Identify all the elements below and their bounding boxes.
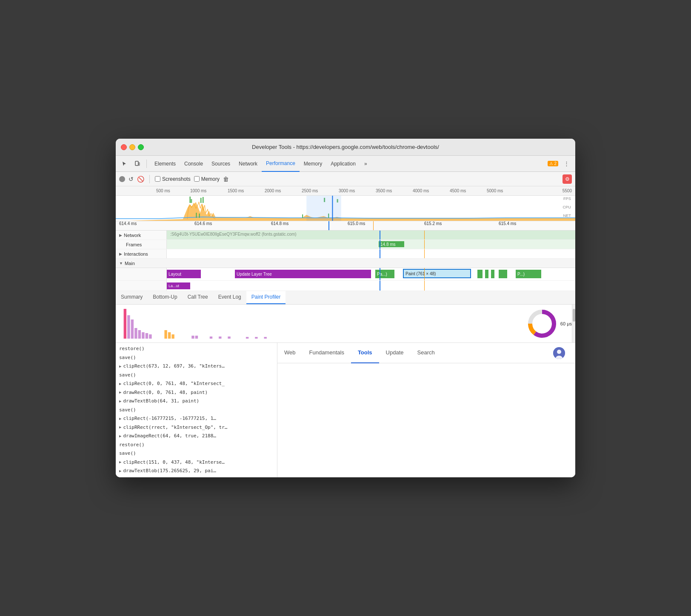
cmd-cliprrect[interactable]: ▶ clipRRect(rrect, "kIntersect_Op", tr…: [116, 423, 277, 432]
main-expand[interactable]: ▼: [119, 261, 123, 265]
cursor-tool-btn[interactable]: [119, 158, 130, 169]
minimize-button[interactable]: [129, 144, 135, 150]
tab-network[interactable]: Network: [234, 156, 262, 172]
cmd-restore-1[interactable]: restore(): [116, 345, 277, 354]
time-marker-orange: [373, 221, 374, 230]
layout-sub-bar[interactable]: La...ut: [167, 282, 190, 289]
frames-bar: 14.8 ms: [379, 241, 404, 247]
sub-orange: [424, 281, 425, 291]
clear-btn[interactable]: 🚫: [137, 176, 144, 183]
main-events-content: Layout Update Layer Tree Pa...) Paint (7…: [167, 268, 575, 280]
layout-bar[interactable]: Layout: [167, 270, 201, 278]
toolbar-right: ⚠ 2 ⋮: [548, 158, 572, 169]
cmd-arrow-7: ▶: [119, 433, 121, 439]
interactions-label: ▶ Interactions: [116, 249, 167, 258]
cmd-cliprect-2[interactable]: ▶ clipRect(0, 0, 761, 48, "kIntersect_: [116, 379, 277, 388]
tab-summary[interactable]: Summary: [116, 291, 148, 304]
svg-point-40: [557, 350, 561, 354]
browser-tab-tools[interactable]: Tools: [351, 343, 379, 363]
cmd-save-3[interactable]: save(): [116, 406, 277, 415]
paint-short2-bar[interactable]: P...): [516, 270, 541, 278]
tab-sources[interactable]: Sources: [207, 156, 234, 172]
tab-bottom-up[interactable]: Bottom-Up: [148, 291, 182, 304]
chart-scroll-thumb[interactable]: [573, 309, 575, 322]
waveform-svg: FPS CPU NET: [116, 196, 575, 221]
warning-count: 2: [554, 161, 557, 166]
warning-icon: ⚠: [549, 161, 553, 166]
svg-rect-16: [306, 196, 341, 221]
browser-tab-fundamentals[interactable]: Fundamentals: [303, 343, 351, 363]
svg-rect-26: [168, 332, 171, 339]
svg-rect-2: [189, 197, 191, 203]
svg-text:FPS: FPS: [563, 197, 571, 201]
sub-cursor: [380, 281, 380, 291]
close-button[interactable]: [121, 144, 127, 150]
frames-cursor: [380, 240, 380, 249]
command-browser-split: restore() save() ▶ clipRect(673, 12, 697…: [116, 343, 575, 477]
screenshots-checkbox[interactable]: [155, 176, 160, 182]
svg-rect-4: [200, 198, 202, 203]
update-layer-tree-bar[interactable]: Update Layer Tree: [235, 270, 371, 278]
interactions-expand[interactable]: ▶: [119, 252, 122, 256]
small-green-1: [477, 270, 483, 278]
browser-tab-web[interactable]: Web: [277, 343, 303, 363]
cmd-drawtextblob-2[interactable]: ▶ drawTextBlob(175.265625, 29, pai…: [116, 467, 277, 476]
record-btn[interactable]: [119, 176, 125, 182]
cmd-cliprect-1[interactable]: ▶ clipRect(673, 12, 697, 36, "kInters…: [116, 362, 277, 371]
main-events-label: [116, 268, 167, 280]
device-toolbar-btn[interactable]: [132, 158, 143, 169]
zoom-button[interactable]: [138, 144, 144, 150]
screenshots-checkbox-label[interactable]: Screenshots: [155, 176, 191, 182]
svg-rect-21: [138, 330, 141, 339]
cmd-drawrect[interactable]: ▶ drawRect(0, 0, 761, 48, paint): [116, 388, 277, 397]
memory-checkbox[interactable]: [194, 176, 200, 182]
tab-memory[interactable]: Memory: [300, 156, 326, 172]
cmd-restore-2[interactable]: restore(): [116, 441, 277, 450]
main-cursor: [380, 268, 380, 280]
cmd-drawimagerect[interactable]: ▶ drawImageRect(64, 64, true, 2188…: [116, 432, 277, 441]
paint-chart-area: 60 μs: [116, 305, 575, 343]
memory-checkbox-label[interactable]: Memory: [194, 176, 220, 182]
cmd-arrow-9: ▶: [119, 468, 121, 474]
user-avatar: [553, 347, 565, 359]
cmd-save-4[interactable]: save(): [116, 449, 277, 458]
tab-application[interactable]: Application: [326, 156, 360, 172]
browser-preview: Web Fundamentals Tools Update Search: [277, 343, 575, 477]
frames-row: Frames 14.8 ms: [116, 240, 575, 249]
paint-bars-svg: [119, 307, 527, 341]
tab-more[interactable]: »: [360, 156, 371, 172]
settings-btn[interactable]: ⚙: [563, 174, 572, 184]
command-list: restore() save() ▶ clipRect(673, 12, 697…: [116, 343, 277, 477]
trash-btn[interactable]: 🗑: [223, 176, 229, 183]
network-expand[interactable]: ▶: [119, 233, 122, 237]
refresh-btn[interactable]: ↺: [128, 176, 134, 183]
svg-rect-24: [149, 334, 151, 339]
frames-orange: [424, 240, 425, 249]
chart-scrollbar[interactable]: [572, 305, 575, 342]
bottom-content: 60 μs restore() save(): [116, 305, 575, 477]
browser-tab-search[interactable]: Search: [411, 343, 442, 363]
titlebar: Developer Tools - https://developers.goo…: [116, 139, 575, 156]
paint-full-bar[interactable]: Paint (761 × 48): [403, 269, 471, 278]
cmd-cliprect-4[interactable]: ▶ clipRect(151, 0, 437, 48, "kInterse…: [116, 458, 277, 467]
paint-profiler-panel: 60 μs restore() save(): [116, 305, 575, 477]
cmd-arrow-6: ▶: [119, 425, 121, 431]
tab-console[interactable]: Console: [180, 156, 207, 172]
tab-event-log[interactable]: Event Log: [213, 291, 246, 304]
ruler-4000: 4000 ms: [413, 188, 429, 193]
browser-tab-update[interactable]: Update: [379, 343, 411, 363]
cmd-save-2[interactable]: save(): [116, 371, 277, 380]
paint-short1-bar[interactable]: Pa...): [375, 270, 394, 278]
cmd-save-1[interactable]: save(): [116, 354, 277, 362]
network-label: ▶ Network: [116, 231, 167, 240]
tab-performance[interactable]: Performance: [262, 156, 300, 172]
cmd-arrow-3: ▶: [119, 390, 121, 396]
tab-call-tree[interactable]: Call Tree: [183, 291, 213, 304]
cmd-drawtextblob-1[interactable]: ▶ drawTextBlob(64, 31, paint): [116, 397, 277, 406]
ruler-2000: 2000 ms: [265, 188, 281, 193]
cmd-cliprect-3[interactable]: ▶ clipRect(-16777215, -16777215, 1…: [116, 414, 277, 423]
more-options-btn[interactable]: ⋮: [561, 158, 572, 169]
tab-paint-profiler[interactable]: Paint Profiler: [246, 291, 286, 304]
tab-elements[interactable]: Elements: [150, 156, 180, 172]
small-green-2: [485, 270, 488, 278]
